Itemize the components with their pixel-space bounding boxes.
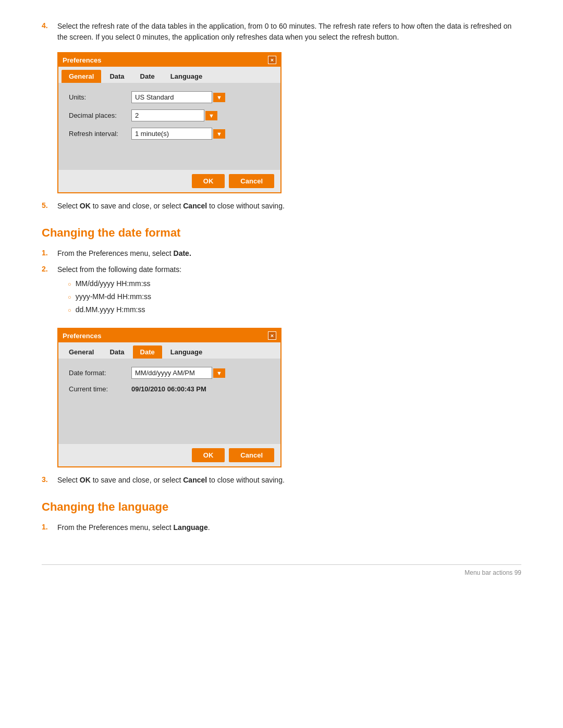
section1-step3-text: Select OK to save and close, or select C… — [57, 475, 521, 486]
dialog1-close-button[interactable]: × — [268, 56, 276, 64]
step-5-text: Select OK to save and close, or select C… — [57, 201, 521, 212]
preferences-dialog-2: Preferences × General Data Date Language… — [57, 328, 282, 467]
dialog1-tab-data[interactable]: Data — [102, 70, 131, 83]
date-format-list: MM/dd/yyyy HH:mm:ss yyyy-MM-dd HH:mm:ss … — [68, 278, 521, 315]
dialog1-decimal-select-wrapper: 2 ▼ — [131, 109, 217, 121]
section1-step-3: Select OK to save and close, or select C… — [42, 475, 521, 486]
dialog1-refresh-field: Refresh interval: 1 minute(s) ▼ — [69, 128, 270, 140]
step-4-text: Select the refresh rate of the data tabl… — [57, 21, 521, 43]
section2-step1-bold: Language — [174, 523, 208, 532]
dialog1-decimal-select[interactable]: 2 — [131, 109, 204, 121]
section1-step3-ok: OK — [80, 476, 91, 484]
preferences-dialog-1: Preferences × General Data Date Language… — [57, 52, 282, 193]
dialog2-dateformat-arrow[interactable]: ▼ — [213, 368, 225, 378]
footer-text: Menu bar actions 99 — [464, 569, 521, 576]
section1-step2-text: Select from the following date formats: … — [57, 264, 521, 318]
dialog2-tab-general[interactable]: General — [62, 346, 101, 359]
dialog2-tabs: General Data Date Language — [58, 342, 280, 359]
page-footer: Menu bar actions 99 — [42, 564, 521, 576]
section2-step-1: From the Preferences menu, select Langua… — [42, 522, 521, 533]
section1-step1-text: From the Preferences menu, select Date. — [57, 248, 521, 259]
dialog1-footer: OK Cancel — [58, 170, 280, 192]
dialog1-decimal-field: Decimal places: 2 ▼ — [69, 109, 270, 121]
dialog1-units-label: Units: — [69, 93, 131, 101]
dialog1-units-field: Units: US Standard ▼ — [69, 91, 270, 103]
dialog1-refresh-select-wrapper: 1 minute(s) ▼ — [131, 128, 225, 140]
dialog1-tab-language[interactable]: Language — [163, 70, 210, 83]
dialog2-dateformat-select[interactable]: MM/dd/yyyy AM/PM — [131, 367, 212, 379]
dialog2-currenttime-field: Current time: 09/10/2010 06:00:43 PM — [69, 385, 270, 393]
dialog1-body: Units: US Standard ▼ Decimal places: 2 ▼… — [58, 83, 280, 170]
dialog2-tab-data[interactable]: Data — [102, 346, 131, 359]
dialog2-ok-button[interactable]: OK — [192, 448, 225, 462]
dialog2-tab-date[interactable]: Date — [133, 346, 162, 359]
dialog2-cancel-button[interactable]: Cancel — [229, 448, 274, 462]
dialog2-tab-language[interactable]: Language — [163, 346, 210, 359]
dialog2-title: Preferences — [63, 332, 101, 340]
step-5: Select OK to save and close, or select C… — [42, 201, 521, 212]
dialog1-units-select-wrapper: US Standard ▼ — [131, 91, 225, 103]
dialog1-decimal-arrow[interactable]: ▼ — [205, 111, 217, 120]
date-format-item-2: yyyy-MM-dd HH:mm:ss — [68, 291, 521, 302]
dialog1-refresh-select[interactable]: 1 minute(s) — [131, 128, 212, 140]
dialog2-footer: OK Cancel — [58, 444, 280, 466]
dialog2-currenttime-label: Current time: — [69, 385, 131, 393]
section1-step-2: Select from the following date formats: … — [42, 264, 521, 318]
dialog2-currenttime-value: 09/10/2010 06:00:43 PM — [131, 385, 206, 393]
dialog2-body: Date format: MM/dd/yyyy AM/PM ▼ Current … — [58, 359, 280, 444]
dialog2-dateformat-field: Date format: MM/dd/yyyy AM/PM ▼ — [69, 367, 270, 379]
dialog2-dateformat-label: Date format: — [69, 369, 131, 377]
dialog1-units-select[interactable]: US Standard — [131, 91, 212, 103]
dialog2-dateformat-select-wrapper: MM/dd/yyyy AM/PM ▼ — [131, 367, 225, 379]
dialog1-refresh-label: Refresh interval: — [69, 130, 131, 138]
dialog1-titlebar: Preferences × — [58, 53, 280, 67]
section1-step3-cancel: Cancel — [183, 476, 207, 484]
section1-step1-bold: Date. — [174, 249, 191, 257]
date-format-item-1: MM/dd/yyyy HH:mm:ss — [68, 278, 521, 289]
dialog1-title: Preferences — [63, 56, 101, 64]
section2-step1-text: From the Preferences menu, select Langua… — [57, 522, 521, 533]
step5-cancel-bold: Cancel — [183, 202, 207, 210]
dialog1-tab-date[interactable]: Date — [133, 70, 162, 83]
section2-heading: Changing the language — [42, 500, 521, 514]
date-format-item-3: dd.MM.yyyy H:mm:ss — [68, 304, 521, 315]
dialog1-tab-general[interactable]: General — [62, 70, 101, 83]
step-4: Select the refresh rate of the data tabl… — [42, 21, 521, 43]
dialog1-units-arrow[interactable]: ▼ — [213, 93, 225, 102]
dialog1-decimal-label: Decimal places: — [69, 112, 131, 119]
dialog1-refresh-arrow[interactable]: ▼ — [213, 129, 225, 139]
dialog1-ok-button[interactable]: OK — [192, 174, 225, 188]
dialog2-titlebar: Preferences × — [58, 329, 280, 342]
section1-step-1: From the Preferences menu, select Date. — [42, 248, 521, 259]
section1-heading: Changing the date format — [42, 226, 521, 240]
dialog1-tabs: General Data Date Language — [58, 67, 280, 83]
dialog1-cancel-button[interactable]: Cancel — [229, 174, 274, 188]
step5-ok-bold: OK — [80, 202, 91, 210]
dialog2-close-button[interactable]: × — [268, 331, 276, 340]
